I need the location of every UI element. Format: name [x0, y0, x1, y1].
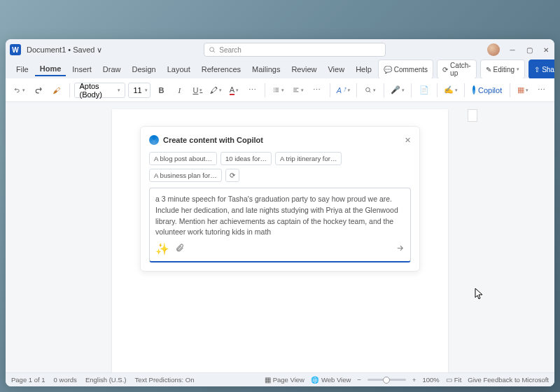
font-color-button[interactable]: A▾	[226, 83, 241, 98]
sparkle-icon[interactable]: ✨	[155, 242, 169, 255]
web-view-button[interactable]: 🌐 Web View	[311, 376, 351, 384]
svg-rect-7	[293, 88, 298, 89]
copilot-panel: Create content with Copilot ✕ A blog pos…	[140, 126, 420, 272]
redo-button[interactable]	[31, 83, 46, 98]
editor-button[interactable]: ✍▾	[442, 83, 459, 98]
svg-rect-2	[275, 88, 279, 89]
bullets-button[interactable]: ▾	[270, 83, 287, 98]
ribbon-overflow-button[interactable]: ⋯	[533, 83, 549, 98]
chip-business-plan[interactable]: A business plan for…	[149, 169, 222, 182]
ruler-indicator	[468, 109, 477, 122]
status-words[interactable]: 0 words	[54, 376, 77, 384]
svg-rect-8	[293, 90, 297, 90]
highlight-button[interactable]: 🖍▾	[208, 83, 223, 98]
document-area: Create content with Copilot ✕ A blog pos…	[6, 102, 554, 372]
statusbar: Page 1 of 1 0 words English (U.S.) Text …	[6, 372, 554, 386]
menu-design[interactable]: Design	[127, 63, 160, 76]
document-title[interactable]: Document1 • Saved ∨	[27, 46, 102, 55]
menu-file[interactable]: File	[11, 63, 34, 76]
menu-review[interactable]: Review	[286, 63, 321, 76]
mouse-cursor-icon	[475, 288, 484, 302]
styles-button[interactable]: A⤴▾	[335, 83, 351, 98]
copilot-panel-title: Create content with Copilot	[163, 136, 263, 144]
menu-references[interactable]: References	[197, 63, 246, 76]
underline-button[interactable]: U▾	[190, 83, 205, 98]
font-name-select[interactable]: Aptos (Body)▾	[74, 83, 125, 98]
zoom-slider[interactable]	[368, 379, 406, 381]
titlebar: W Document1 • Saved ∨ Search ─ ▢ ✕	[6, 39, 554, 60]
menu-mailings[interactable]: Mailings	[247, 63, 285, 76]
svg-point-10	[366, 88, 370, 92]
minimize-button[interactable]: ─	[508, 46, 517, 54]
send-button[interactable]	[396, 243, 405, 255]
more-font-button[interactable]: ⋯	[244, 83, 260, 98]
status-predictions[interactable]: Text Predictions: On	[134, 376, 194, 384]
comments-button[interactable]: 💬 Comments	[378, 59, 433, 79]
menu-view[interactable]: View	[323, 63, 349, 76]
format-painter-button[interactable]: 🖌	[49, 83, 64, 98]
word-window: W Document1 • Saved ∨ Search ─ ▢ ✕ File …	[6, 39, 554, 386]
menu-layout[interactable]: Layout	[162, 63, 195, 76]
refresh-chips-button[interactable]: ⟳	[225, 169, 239, 182]
bold-button[interactable]: B	[153, 83, 169, 98]
search-container: Search	[102, 43, 487, 57]
zoom-out-button[interactable]: −	[357, 376, 361, 384]
chip-ideas[interactable]: 10 ideas for…	[220, 152, 272, 165]
document-page[interactable]: Create content with Copilot ✕ A blog pos…	[112, 109, 448, 372]
menu-draw[interactable]: Draw	[98, 63, 126, 76]
ribbon: ▾ 🖌 Aptos (Body)▾ 11▾ B I U▾ 🖍▾ A▾ ⋯ ▾ ▾…	[6, 78, 554, 102]
find-button[interactable]: ▾	[362, 83, 379, 98]
reuse-button[interactable]: 📄	[416, 83, 432, 98]
chip-blog-post[interactable]: A blog post about…	[149, 152, 217, 165]
window-controls: ─ ▢ ✕	[487, 43, 550, 56]
dictate-button[interactable]: 🎤▾	[389, 83, 406, 98]
copilot-button[interactable]: Copilot	[470, 83, 505, 98]
catchup-button[interactable]: ⟳ Catch-up	[437, 59, 476, 79]
svg-point-0	[210, 48, 214, 52]
menu-insert[interactable]: Insert	[67, 63, 97, 76]
grid-button[interactable]: ▦▾	[515, 83, 531, 98]
align-button[interactable]: ▾	[290, 83, 307, 98]
feedback-link[interactable]: Give Feedback to Microsoft	[468, 376, 549, 384]
svg-point-3	[274, 90, 274, 90]
close-button[interactable]: ✕	[542, 46, 550, 54]
copilot-close-button[interactable]: ✕	[405, 136, 411, 145]
svg-point-5	[274, 91, 274, 92]
page-view-button[interactable]: ▦ Page View	[265, 376, 304, 384]
undo-button[interactable]: ▾	[11, 83, 28, 98]
svg-rect-6	[275, 92, 279, 92]
word-app-icon: W	[10, 44, 21, 55]
menubar: File Home Insert Draw Design Layout Refe…	[6, 60, 554, 78]
status-page[interactable]: Page 1 of 1	[11, 376, 46, 384]
svg-point-1	[274, 88, 274, 88]
menu-help[interactable]: Help	[351, 63, 377, 76]
editing-button[interactable]: ✎ Editing ▾	[480, 59, 526, 79]
search-placeholder: Search	[219, 46, 241, 54]
copilot-logo-icon	[149, 135, 159, 145]
prompt-text[interactable]: a 3 minute speech for Tasha's graduation…	[155, 194, 405, 238]
more-para-button[interactable]: ⋯	[309, 83, 325, 98]
share-button[interactable]: ⇧ Share ▾	[528, 59, 554, 79]
menu-home[interactable]: Home	[35, 62, 66, 76]
italic-button[interactable]: I	[172, 83, 187, 98]
font-size-select[interactable]: 11▾	[128, 83, 150, 98]
fit-button[interactable]: ▭ Fit	[446, 376, 462, 384]
chip-itinerary[interactable]: A trip itinerary for…	[275, 152, 342, 165]
suggestion-chips: A blog post about… 10 ideas for… A trip …	[149, 152, 411, 182]
attach-icon[interactable]	[175, 243, 184, 255]
status-language[interactable]: English (U.S.)	[85, 376, 127, 384]
maximize-button[interactable]: ▢	[525, 46, 533, 54]
prompt-input-box[interactable]: a 3 minute speech for Tasha's graduation…	[149, 188, 411, 262]
svg-rect-9	[293, 92, 298, 92]
user-avatar[interactable]	[487, 43, 500, 56]
search-icon	[209, 46, 216, 53]
search-input[interactable]: Search	[204, 43, 386, 57]
zoom-in-button[interactable]: +	[412, 376, 416, 384]
svg-rect-4	[275, 90, 279, 90]
zoom-level[interactable]: 100%	[422, 376, 439, 384]
